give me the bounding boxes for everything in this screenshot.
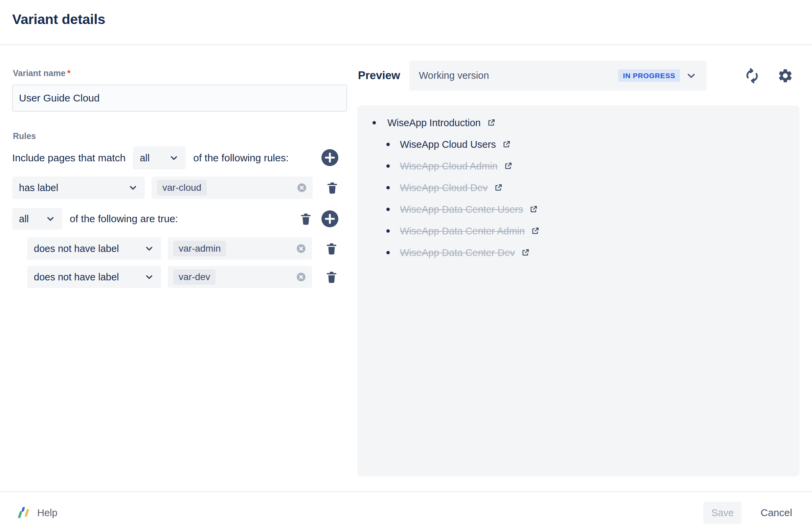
chevron-down-icon <box>144 272 154 282</box>
bullet <box>386 251 390 254</box>
chevron-down-icon <box>45 214 56 224</box>
match-prefix-text: Include pages that match <box>12 152 126 164</box>
group-suffix-text: of the following are true: <box>70 213 178 225</box>
version-selector[interactable]: Working version IN PROGRESS <box>409 61 707 91</box>
preview-panel: WiseApp Introduction WiseApp Cloud Users… <box>357 105 799 476</box>
delete-group-button[interactable] <box>299 210 313 227</box>
save-button[interactable]: Save <box>704 502 742 524</box>
help-link[interactable]: Help <box>18 505 58 521</box>
external-link-icon[interactable] <box>493 183 503 193</box>
bullet <box>386 186 390 189</box>
page-link[interactable]: WiseApp Data Center Dev <box>400 247 515 259</box>
page-tree-item-excluded: WiseApp Cloud Admin <box>357 155 799 177</box>
rule-row: has label var-cloud <box>12 177 340 199</box>
match-operator-select[interactable]: all <box>133 146 186 169</box>
chevron-down-icon <box>128 183 138 193</box>
circle-x-icon <box>296 271 306 282</box>
preview-settings-button[interactable] <box>776 67 794 85</box>
footer-divider <box>0 491 812 492</box>
label-tag: var-dev <box>173 269 216 285</box>
required-marker: * <box>67 68 71 78</box>
page-tree: WiseApp Introduction WiseApp Cloud Users… <box>357 112 799 264</box>
page-tree-item-excluded: WiseApp Data Center Admin <box>357 220 799 242</box>
page-title: Variant details <box>12 12 105 27</box>
page-link[interactable]: WiseApp Introduction <box>387 117 481 129</box>
trash-icon <box>299 211 313 226</box>
page-link[interactable]: WiseApp Data Center Users <box>400 204 523 215</box>
external-link-icon[interactable] <box>530 226 540 236</box>
match-suffix-text: of the following rules: <box>193 152 289 164</box>
chevron-down-icon <box>169 153 179 163</box>
external-link-icon[interactable] <box>502 140 511 149</box>
plus-icon <box>321 210 338 227</box>
page-link[interactable]: WiseApp Cloud Admin <box>400 161 498 172</box>
chevron-down-icon <box>685 70 697 82</box>
nested-rule-row: does not have label var-dev <box>27 266 339 288</box>
bullet <box>386 208 390 211</box>
rule-condition-select[interactable]: does not have label <box>27 237 161 260</box>
external-link-icon[interactable] <box>486 118 496 128</box>
rule-value-field[interactable]: var-cloud <box>151 177 313 199</box>
trash-icon <box>324 269 339 285</box>
rules-heading: Rules <box>13 131 36 141</box>
external-link-icon[interactable] <box>520 248 530 258</box>
clear-label-button[interactable] <box>296 271 306 282</box>
trash-icon <box>324 241 339 256</box>
external-link-icon[interactable] <box>503 161 513 171</box>
help-label: Help <box>37 507 58 518</box>
bullet <box>386 229 390 233</box>
label-tag: var-cloud <box>157 180 207 195</box>
refresh-preview-button[interactable] <box>743 67 761 85</box>
page-tree-item-excluded: WiseApp Data Center Users <box>357 198 799 220</box>
rule-group-header: all of the following are true: <box>12 208 178 230</box>
circle-x-icon <box>296 243 306 254</box>
rule-value-field[interactable]: var-admin <box>168 237 312 260</box>
brand-logo-icon <box>18 507 31 518</box>
group-operator-select[interactable]: all <box>12 208 62 230</box>
match-rule-row: Include pages that match all of the foll… <box>12 146 289 170</box>
header-divider <box>0 44 812 45</box>
page-tree-item-excluded: WiseApp Data Center Dev <box>357 242 799 264</box>
page-link[interactable]: WiseApp Cloud Dev <box>400 182 488 193</box>
page-tree-item: WiseApp Cloud Users <box>357 134 799 155</box>
label-tag: var-admin <box>173 241 226 256</box>
rule-condition-select[interactable]: does not have label <box>27 266 161 288</box>
cancel-button[interactable]: Cancel <box>754 502 799 524</box>
nested-rule-row: does not have label var-admin <box>27 237 339 260</box>
rule-condition-select[interactable]: has label <box>12 177 145 199</box>
version-name: Working version <box>419 70 489 81</box>
delete-rule-button[interactable] <box>324 240 339 257</box>
clear-label-button[interactable] <box>296 243 306 254</box>
add-rule-button[interactable] <box>321 149 338 166</box>
logo-stroke-yellow <box>24 509 29 517</box>
trash-icon <box>325 180 339 195</box>
delete-rule-button[interactable] <box>324 268 339 285</box>
bullet <box>386 143 390 146</box>
status-badge: IN PROGRESS <box>618 69 680 82</box>
circle-x-icon <box>296 182 307 193</box>
delete-rule-button[interactable] <box>325 179 340 196</box>
variant-details-dialog: Variant details Variant name* Rules Incl… <box>0 0 812 531</box>
logo-stroke-green <box>18 511 23 518</box>
bullet <box>386 164 390 168</box>
refresh-icon <box>743 67 761 85</box>
bullet <box>373 121 376 124</box>
external-link-icon[interactable] <box>528 205 538 215</box>
variant-name-label: Variant name* <box>13 68 70 78</box>
plus-icon <box>321 149 338 166</box>
preview-heading: Preview <box>358 69 400 82</box>
clear-label-button[interactable] <box>296 182 307 193</box>
page-tree-item: WiseApp Introduction <box>357 112 799 134</box>
page-tree-item-excluded: WiseApp Cloud Dev <box>357 177 799 198</box>
rule-value-field[interactable]: var-dev <box>168 266 312 288</box>
page-link[interactable]: WiseApp Cloud Users <box>400 139 496 150</box>
gear-icon <box>777 68 793 84</box>
add-group-rule-button[interactable] <box>321 210 338 227</box>
variant-name-input[interactable] <box>12 85 347 112</box>
page-link[interactable]: WiseApp Data Center Admin <box>400 225 525 237</box>
chevron-down-icon <box>144 244 154 254</box>
